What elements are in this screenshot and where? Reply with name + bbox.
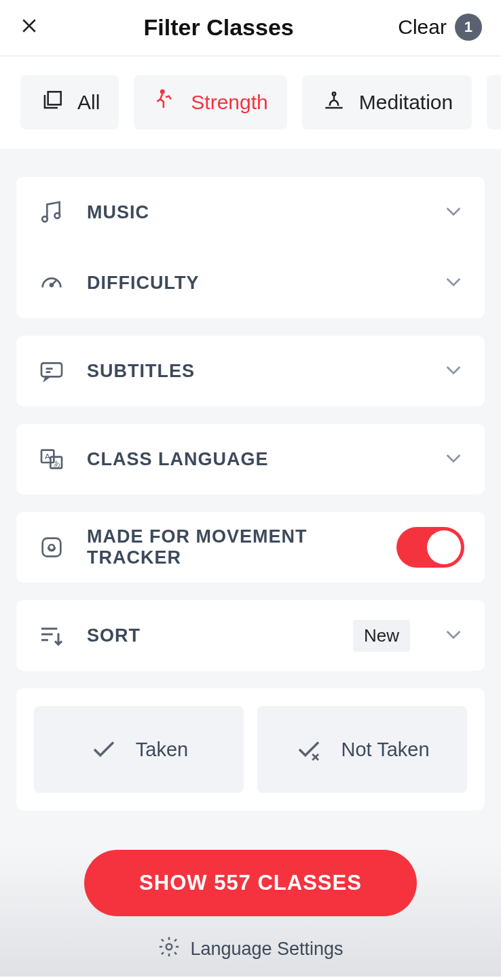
meditation-icon — [321, 87, 347, 118]
tab-label: All — [77, 91, 100, 114]
gauge-icon — [37, 269, 67, 296]
header: Filter Classes Clear 1 — [0, 0, 501, 56]
card-class-language: Aあ CLASS LANGUAGE — [16, 424, 485, 494]
filter-label: SUBTITLES — [87, 361, 422, 382]
page-title: Filter Classes — [144, 14, 294, 41]
tab-strength[interactable]: Strength — [134, 75, 286, 130]
gear-icon — [157, 935, 181, 963]
tab-more[interactable] — [487, 75, 501, 130]
clear-label: Clear — [398, 16, 447, 39]
chevron-down-icon — [443, 200, 464, 224]
svg-point-5 — [50, 283, 53, 286]
music-icon — [37, 199, 67, 226]
svg-point-13 — [166, 944, 172, 950]
svg-point-3 — [42, 216, 48, 222]
svg-text:A: A — [45, 452, 50, 460]
language-icon: Aあ — [37, 446, 67, 473]
card-subtitles: SUBTITLES — [16, 336, 485, 406]
not-taken-label: Not Taken — [341, 739, 429, 761]
filter-music[interactable]: MUSIC — [16, 177, 485, 248]
filter-label: CLASS LANGUAGE — [87, 449, 422, 470]
stack-icon — [39, 87, 65, 118]
language-settings-label: Language Settings — [190, 939, 343, 960]
tracker-icon — [37, 534, 67, 561]
subtitles-icon — [37, 357, 67, 385]
clear-button[interactable]: Clear 1 — [398, 14, 482, 41]
filter-movement-tracker: MADE FOR MOVEMENT TRACKER — [16, 512, 485, 583]
filter-label: DIFFICULTY — [87, 273, 422, 294]
svg-rect-6 — [41, 363, 62, 376]
movement-tracker-toggle[interactable] — [396, 527, 464, 568]
tab-all[interactable]: All — [20, 75, 119, 130]
svg-rect-11 — [43, 538, 61, 557]
filter-label: MUSIC — [87, 202, 422, 223]
filter-count-badge: 1 — [455, 14, 482, 41]
not-taken-button[interactable]: Not Taken — [257, 706, 467, 793]
sort-value: New — [353, 620, 410, 652]
svg-point-2 — [333, 92, 335, 95]
show-classes-button[interactable]: SHOW 557 CLASSES — [84, 850, 417, 916]
chevron-down-icon — [443, 623, 464, 648]
tab-label: Strength — [191, 91, 267, 114]
filter-body: MUSIC DIFFICULTY SUBTITLES — [0, 149, 501, 977]
filter-subtitles[interactable]: SUBTITLES — [16, 336, 485, 406]
footer: SHOW 557 CLASSES Language Settings — [0, 850, 501, 977]
category-tabs: All Strength Meditation — [0, 56, 501, 149]
svg-rect-0 — [48, 92, 61, 104]
card-taken: Taken Not Taken — [16, 688, 485, 810]
close-icon[interactable] — [19, 16, 39, 39]
language-settings-link[interactable]: Language Settings — [157, 935, 343, 963]
taken-label: Taken — [136, 739, 188, 761]
chevron-down-icon — [443, 359, 464, 383]
taken-button[interactable]: Taken — [34, 706, 244, 793]
filter-sort[interactable]: SORT New — [16, 600, 485, 671]
toggle-knob — [427, 530, 461, 564]
filter-difficulty[interactable]: DIFFICULTY — [16, 248, 485, 318]
svg-text:あ: あ — [54, 460, 60, 467]
filter-label: MADE FOR MOVEMENT TRACKER — [87, 526, 376, 568]
card-movement-tracker: MADE FOR MOVEMENT TRACKER — [16, 512, 485, 583]
strength-icon — [153, 87, 179, 118]
filter-class-language[interactable]: Aあ CLASS LANGUAGE — [16, 424, 485, 494]
svg-point-1 — [161, 90, 164, 93]
tab-label: Meditation — [359, 91, 453, 114]
card-sort: SORT New — [16, 600, 485, 671]
chevron-down-icon — [443, 447, 464, 471]
tab-meditation[interactable]: Meditation — [302, 75, 472, 130]
svg-point-4 — [55, 213, 60, 218]
card-music-difficulty: MUSIC DIFFICULTY — [16, 177, 485, 318]
sort-icon — [37, 622, 67, 649]
filter-label: SORT — [87, 625, 333, 646]
chevron-down-icon — [443, 271, 464, 295]
